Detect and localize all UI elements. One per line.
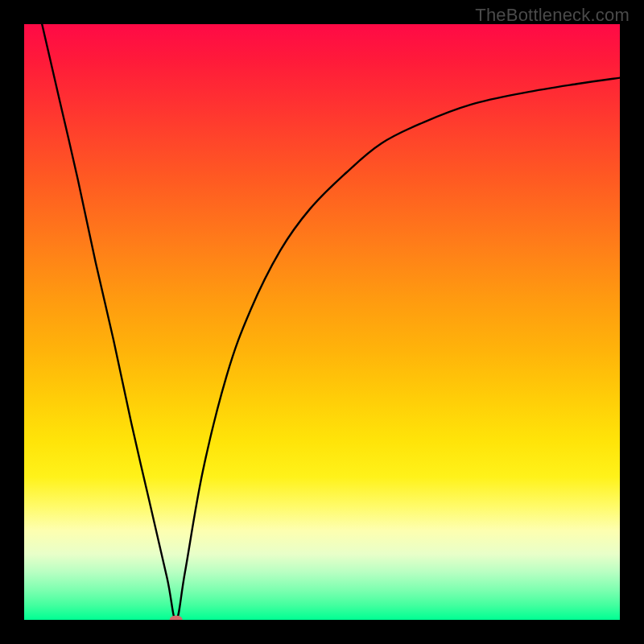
bottleneck-curve [42, 24, 620, 620]
chart-frame: TheBottleneck.com [0, 0, 644, 644]
chart-svg [24, 24, 620, 620]
attribution-text: TheBottleneck.com [475, 5, 630, 26]
chart-plot-area [24, 24, 620, 620]
bottleneck-marker [170, 616, 183, 621]
